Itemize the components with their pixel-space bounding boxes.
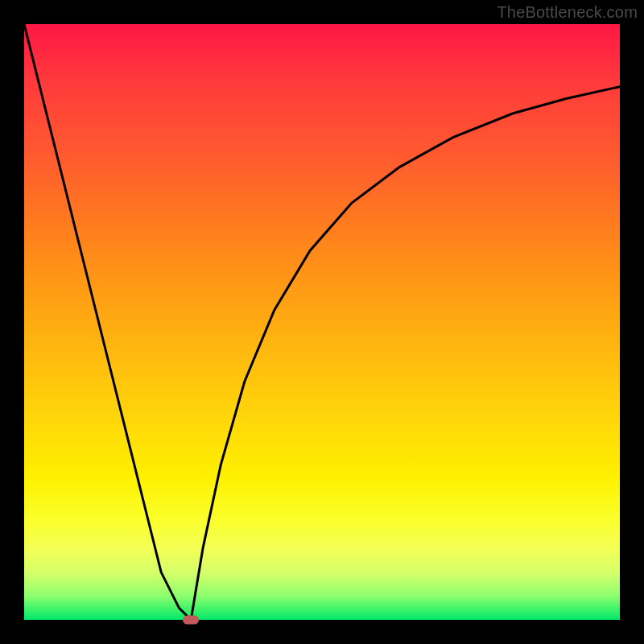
chart-frame: TheBottleneck.com [0,0,644,644]
minimum-marker [183,616,199,625]
curve-layer [24,24,620,620]
curve-left-branch [24,24,191,620]
watermark-text: TheBottleneck.com [497,3,638,22]
curve-right-branch [191,87,620,620]
plot-area [24,24,620,620]
